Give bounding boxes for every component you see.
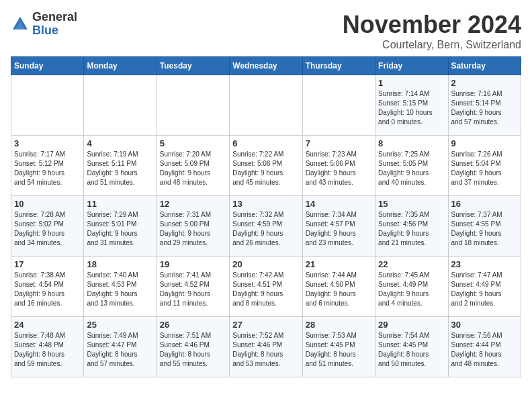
day-number: 4 <box>87 138 153 148</box>
calendar-cell: 18Sunrise: 7:40 AM Sunset: 4:53 PM Dayli… <box>84 257 157 317</box>
calendar-cell: 5Sunrise: 7:20 AM Sunset: 5:09 PM Daylig… <box>157 136 229 196</box>
calendar-week-5: 24Sunrise: 7:48 AM Sunset: 4:48 PM Dayli… <box>11 317 521 377</box>
day-info: Sunrise: 7:42 AM Sunset: 4:51 PM Dayligh… <box>232 271 299 308</box>
day-info: Sunrise: 7:38 AM Sunset: 4:54 PM Dayligh… <box>14 271 81 308</box>
day-number: 25 <box>87 320 153 330</box>
day-number: 27 <box>232 320 299 330</box>
calendar-cell <box>230 75 302 136</box>
calendar-cell: 6Sunrise: 7:22 AM Sunset: 5:08 PM Daylig… <box>230 136 302 196</box>
day-info: Sunrise: 7:28 AM Sunset: 5:02 PM Dayligh… <box>14 210 81 248</box>
day-info: Sunrise: 7:56 AM Sunset: 4:44 PM Dayligh… <box>451 331 518 369</box>
calendar-cell: 15Sunrise: 7:35 AM Sunset: 4:56 PM Dayli… <box>375 196 448 257</box>
calendar-cell: 13Sunrise: 7:32 AM Sunset: 4:59 PM Dayli… <box>230 196 302 257</box>
weekday-header-tuesday: Tuesday <box>157 57 229 75</box>
day-info: Sunrise: 7:44 AM Sunset: 4:50 PM Dayligh… <box>306 271 372 308</box>
page-header: General Blue November 2024 Courtelary, B… <box>11 11 521 51</box>
day-number: 1 <box>378 78 445 88</box>
weekday-header-wednesday: Wednesday <box>230 57 302 75</box>
calendar-cell: 29Sunrise: 7:54 AM Sunset: 4:45 PM Dayli… <box>375 317 448 377</box>
calendar-cell: 2Sunrise: 7:16 AM Sunset: 5:14 PM Daylig… <box>448 75 521 136</box>
calendar-cell <box>84 75 157 136</box>
weekday-header-row: SundayMondayTuesdayWednesdayThursdayFrid… <box>11 57 521 75</box>
day-info: Sunrise: 7:37 AM Sunset: 4:55 PM Dayligh… <box>451 210 518 248</box>
day-number: 20 <box>232 259 299 269</box>
calendar-cell: 9Sunrise: 7:26 AM Sunset: 5:04 PM Daylig… <box>448 136 521 196</box>
day-number: 17 <box>14 259 81 269</box>
day-number: 18 <box>87 259 153 269</box>
calendar-cell: 11Sunrise: 7:29 AM Sunset: 5:01 PM Dayli… <box>84 196 157 257</box>
day-number: 11 <box>87 199 153 209</box>
day-info: Sunrise: 7:45 AM Sunset: 4:49 PM Dayligh… <box>378 271 445 308</box>
calendar-cell: 19Sunrise: 7:41 AM Sunset: 4:52 PM Dayli… <box>157 257 229 317</box>
calendar-cell: 23Sunrise: 7:47 AM Sunset: 4:49 PM Dayli… <box>448 257 521 317</box>
day-info: Sunrise: 7:32 AM Sunset: 4:59 PM Dayligh… <box>232 210 299 248</box>
calendar-cell: 28Sunrise: 7:53 AM Sunset: 4:45 PM Dayli… <box>302 317 375 377</box>
calendar-week-4: 17Sunrise: 7:38 AM Sunset: 4:54 PM Dayli… <box>11 257 521 317</box>
day-info: Sunrise: 7:22 AM Sunset: 5:08 PM Dayligh… <box>232 150 299 187</box>
day-info: Sunrise: 7:25 AM Sunset: 5:05 PM Dayligh… <box>378 150 445 187</box>
day-info: Sunrise: 7:23 AM Sunset: 5:06 PM Dayligh… <box>306 150 372 187</box>
location: Courtelary, Bern, Switzerland <box>343 39 521 51</box>
day-info: Sunrise: 7:40 AM Sunset: 4:53 PM Dayligh… <box>87 271 153 308</box>
day-number: 6 <box>232 138 299 148</box>
logo-blue: Blue <box>32 24 58 37</box>
day-info: Sunrise: 7:35 AM Sunset: 4:56 PM Dayligh… <box>378 210 445 248</box>
day-number: 24 <box>14 320 81 330</box>
day-number: 30 <box>451 320 518 330</box>
day-number: 26 <box>160 320 226 330</box>
calendar-cell: 4Sunrise: 7:19 AM Sunset: 5:11 PM Daylig… <box>84 136 157 196</box>
calendar-week-1: 1Sunrise: 7:14 AM Sunset: 5:15 PM Daylig… <box>11 75 521 136</box>
day-info: Sunrise: 7:51 AM Sunset: 4:46 PM Dayligh… <box>160 331 226 369</box>
day-info: Sunrise: 7:41 AM Sunset: 4:52 PM Dayligh… <box>160 271 226 308</box>
weekday-header-friday: Friday <box>375 57 448 75</box>
day-number: 14 <box>306 199 372 209</box>
day-info: Sunrise: 7:54 AM Sunset: 4:45 PM Dayligh… <box>378 331 445 369</box>
calendar-cell: 24Sunrise: 7:48 AM Sunset: 4:48 PM Dayli… <box>11 317 84 377</box>
calendar-table: SundayMondayTuesdayWednesdayThursdayFrid… <box>11 56 521 377</box>
day-number: 23 <box>451 259 518 269</box>
day-info: Sunrise: 7:20 AM Sunset: 5:09 PM Dayligh… <box>160 150 226 187</box>
day-number: 7 <box>306 138 372 148</box>
day-number: 13 <box>232 199 299 209</box>
day-info: Sunrise: 7:48 AM Sunset: 4:48 PM Dayligh… <box>14 331 81 369</box>
day-info: Sunrise: 7:16 AM Sunset: 5:14 PM Dayligh… <box>451 89 518 127</box>
day-number: 22 <box>378 259 445 269</box>
calendar-cell: 16Sunrise: 7:37 AM Sunset: 4:55 PM Dayli… <box>448 196 521 257</box>
day-info: Sunrise: 7:34 AM Sunset: 4:57 PM Dayligh… <box>306 210 372 248</box>
calendar-cell: 30Sunrise: 7:56 AM Sunset: 4:44 PM Dayli… <box>448 317 521 377</box>
day-number: 3 <box>14 138 81 148</box>
calendar-week-2: 3Sunrise: 7:17 AM Sunset: 5:12 PM Daylig… <box>11 136 521 196</box>
logo-general: General <box>32 10 77 24</box>
weekday-header-sunday: Sunday <box>11 57 84 75</box>
calendar-cell <box>157 75 229 136</box>
day-info: Sunrise: 7:14 AM Sunset: 5:15 PM Dayligh… <box>378 89 445 127</box>
day-number: 8 <box>378 138 445 148</box>
day-info: Sunrise: 7:26 AM Sunset: 5:04 PM Dayligh… <box>451 150 518 187</box>
day-info: Sunrise: 7:29 AM Sunset: 5:01 PM Dayligh… <box>87 210 153 248</box>
day-number: 12 <box>160 199 226 209</box>
day-info: Sunrise: 7:49 AM Sunset: 4:47 PM Dayligh… <box>87 331 153 369</box>
day-info: Sunrise: 7:31 AM Sunset: 5:00 PM Dayligh… <box>160 210 226 248</box>
calendar-cell: 20Sunrise: 7:42 AM Sunset: 4:51 PM Dayli… <box>230 257 302 317</box>
calendar-cell: 8Sunrise: 7:25 AM Sunset: 5:05 PM Daylig… <box>375 136 448 196</box>
day-number: 29 <box>378 320 445 330</box>
calendar-week-3: 10Sunrise: 7:28 AM Sunset: 5:02 PM Dayli… <box>11 196 521 257</box>
day-info: Sunrise: 7:17 AM Sunset: 5:12 PM Dayligh… <box>14 150 81 187</box>
day-number: 21 <box>306 259 372 269</box>
calendar-cell: 22Sunrise: 7:45 AM Sunset: 4:49 PM Dayli… <box>375 257 448 317</box>
calendar-cell <box>11 75 84 136</box>
title-block: November 2024 Courtelary, Bern, Switzerl… <box>343 11 521 51</box>
calendar-cell: 3Sunrise: 7:17 AM Sunset: 5:12 PM Daylig… <box>11 136 84 196</box>
logo-icon <box>11 15 30 34</box>
calendar-cell: 1Sunrise: 7:14 AM Sunset: 5:15 PM Daylig… <box>375 75 448 136</box>
day-number: 16 <box>451 199 518 209</box>
calendar-cell: 7Sunrise: 7:23 AM Sunset: 5:06 PM Daylig… <box>302 136 375 196</box>
calendar-cell: 14Sunrise: 7:34 AM Sunset: 4:57 PM Dayli… <box>302 196 375 257</box>
day-info: Sunrise: 7:47 AM Sunset: 4:49 PM Dayligh… <box>451 271 518 308</box>
calendar-cell <box>302 75 375 136</box>
calendar-cell: 25Sunrise: 7:49 AM Sunset: 4:47 PM Dayli… <box>84 317 157 377</box>
day-info: Sunrise: 7:53 AM Sunset: 4:45 PM Dayligh… <box>306 331 372 369</box>
weekday-header-monday: Monday <box>84 57 157 75</box>
calendar-cell: 12Sunrise: 7:31 AM Sunset: 5:00 PM Dayli… <box>157 196 229 257</box>
calendar-cell: 21Sunrise: 7:44 AM Sunset: 4:50 PM Dayli… <box>302 257 375 317</box>
